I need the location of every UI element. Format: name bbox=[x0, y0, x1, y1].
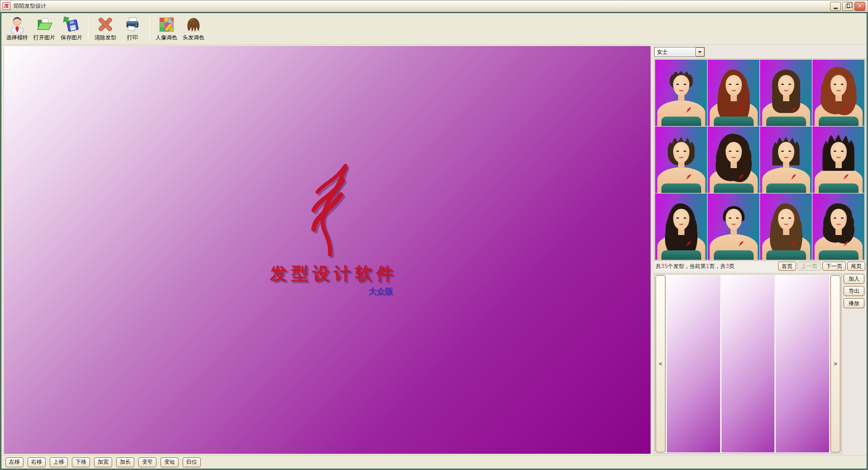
titlebar[interactable]: 发 陌陌发型设计 ✕ bbox=[0, 0, 868, 12]
move-up-button[interactable]: 上移 bbox=[50, 457, 68, 467]
portrait-tune-button[interactable]: 人像调色 bbox=[153, 14, 179, 43]
model-face bbox=[778, 142, 794, 163]
hairstyle-thumb-1[interactable] bbox=[655, 60, 707, 126]
last-page-button[interactable]: 尾页 bbox=[847, 262, 865, 271]
hairstyle-panel: 女士 bbox=[652, 45, 867, 455]
chest-swirl-icon bbox=[738, 106, 745, 113]
model-face bbox=[726, 142, 742, 163]
hairstyle-thumb-4[interactable] bbox=[812, 60, 864, 126]
hairstyle-thumb-8[interactable] bbox=[812, 127, 864, 193]
open-folder-icon bbox=[35, 15, 53, 33]
logo-title: 发型设计软件 bbox=[270, 262, 397, 285]
app-window: 发 陌陌发型设计 ✕ 选择模特 bbox=[0, 0, 868, 470]
toolbar-button-label: 人像调色 bbox=[156, 34, 177, 42]
model-face bbox=[830, 142, 847, 163]
toolbar-separator bbox=[149, 16, 150, 42]
sequence-buttons: 加入 导出 播放 bbox=[844, 274, 865, 454]
first-page-button[interactable]: 首页 bbox=[778, 262, 796, 271]
chevron-down-icon bbox=[698, 51, 702, 53]
sequence-area: < > 加入 导出 播放 bbox=[654, 274, 865, 454]
chest-swirl-icon bbox=[685, 173, 693, 180]
hairstyle-thumb-2[interactable] bbox=[708, 60, 760, 126]
hairstyle-thumb-9[interactable] bbox=[655, 193, 707, 260]
model-top bbox=[714, 250, 754, 260]
pagination-current-page: 1 bbox=[706, 263, 709, 269]
export-button[interactable]: 导出 bbox=[844, 286, 864, 296]
hairstyle-thumb-3[interactable] bbox=[760, 60, 812, 126]
toolbar-button-label: 清除发型 bbox=[94, 34, 116, 42]
hairstyle-thumb-7[interactable] bbox=[760, 127, 812, 193]
model-face bbox=[673, 209, 689, 230]
move-right-button[interactable]: 右移 bbox=[28, 457, 46, 467]
chest-swirl-icon bbox=[738, 240, 745, 247]
logo-swirl-icon bbox=[302, 162, 365, 259]
window-controls: ✕ bbox=[830, 2, 865, 11]
add-button[interactable]: 加入 bbox=[844, 274, 864, 284]
model-face bbox=[726, 75, 742, 96]
move-left-button[interactable]: 左移 bbox=[5, 457, 24, 467]
main-toolbar: 选择模特 打开图片 bbox=[1, 13, 867, 45]
pagination-text: 共 bbox=[656, 263, 661, 269]
sequence-strip-panel: < > bbox=[654, 274, 842, 454]
save-image-button[interactable]: 保存图片 bbox=[58, 14, 85, 43]
chest-swirl-icon bbox=[738, 173, 745, 180]
category-row: 女士 bbox=[654, 46, 865, 58]
open-image-button[interactable]: 打开图片 bbox=[31, 14, 57, 43]
select-model-button[interactable]: 选择模特 bbox=[4, 14, 30, 43]
model-top bbox=[661, 117, 701, 126]
category-select[interactable]: 女士 bbox=[654, 47, 705, 57]
pagination-total-count: 35 bbox=[661, 263, 668, 269]
logo-subtitle: 大众版 bbox=[270, 286, 397, 297]
hairstyle-thumb-5[interactable] bbox=[655, 127, 707, 193]
chest-swirl-icon bbox=[843, 106, 850, 113]
print-button[interactable]: 打印 bbox=[119, 14, 146, 43]
model-top bbox=[766, 250, 806, 260]
clear-hairstyle-button[interactable]: 清除发型 bbox=[92, 14, 118, 43]
workspace: 发型设计软件 大众版 女士 bbox=[1, 45, 867, 455]
app-logo: 发型设计软件 大众版 bbox=[270, 162, 397, 297]
move-down-button[interactable]: 下移 bbox=[72, 457, 90, 467]
hairstyle-thumb-6[interactable] bbox=[708, 127, 760, 193]
shorten-button[interactable]: 变短 bbox=[160, 457, 179, 467]
clear-x-icon bbox=[96, 15, 114, 33]
model-top bbox=[766, 117, 806, 126]
toolbar-button-label: 保存图片 bbox=[61, 34, 82, 42]
printer-icon bbox=[123, 15, 142, 33]
pagination-text: 页，共 bbox=[709, 263, 726, 269]
prev-page-button[interactable]: 上一页 bbox=[797, 262, 821, 271]
play-button[interactable]: 播放 bbox=[844, 298, 864, 308]
chest-swirl-icon bbox=[790, 173, 797, 180]
hairstyle-thumb-10[interactable] bbox=[708, 193, 760, 260]
sequence-scroll-right-button[interactable]: > bbox=[830, 275, 840, 452]
chest-swirl-icon bbox=[685, 106, 693, 113]
adjust-toolbar: 左移 右移 上移 下移 加宽 加长 变窄 变短 归位 bbox=[1, 455, 867, 469]
pagination-text: 个发型，当前第 bbox=[668, 263, 706, 269]
hair-tune-button[interactable]: 头发调色 bbox=[180, 14, 207, 43]
reset-button[interactable]: 归位 bbox=[183, 457, 201, 467]
model-face bbox=[778, 209, 794, 230]
restore-button[interactable] bbox=[842, 2, 853, 11]
dropdown-arrow-button[interactable] bbox=[695, 47, 704, 56]
model-top bbox=[819, 117, 859, 126]
minimize-button[interactable] bbox=[830, 2, 841, 11]
widen-button[interactable]: 加宽 bbox=[94, 457, 112, 467]
model-top bbox=[714, 183, 754, 193]
toolbar-separator bbox=[88, 16, 89, 42]
lengthen-button[interactable]: 加长 bbox=[116, 457, 134, 467]
hairstyle-thumb-12[interactable] bbox=[812, 193, 864, 260]
portrait-tune-icon bbox=[157, 15, 175, 33]
pagination-summary: 共35个发型，当前第1页，共3页 bbox=[654, 263, 777, 270]
hairstyle-grid-frame bbox=[654, 59, 865, 261]
next-page-button[interactable]: 下一页 bbox=[822, 262, 846, 271]
hairstyle-grid bbox=[655, 60, 864, 260]
close-button[interactable]: ✕ bbox=[854, 2, 865, 11]
model-top bbox=[819, 250, 859, 260]
hair-tune-icon bbox=[184, 15, 203, 33]
model-face bbox=[673, 142, 689, 163]
app-icon: 发 bbox=[3, 2, 10, 10]
client-area: 选择模特 打开图片 bbox=[0, 12, 868, 470]
hairstyle-thumb-11[interactable] bbox=[760, 193, 812, 260]
model-face bbox=[778, 75, 794, 96]
sequence-scroll-left-button[interactable]: < bbox=[656, 275, 665, 452]
narrow-button[interactable]: 变窄 bbox=[138, 457, 156, 467]
